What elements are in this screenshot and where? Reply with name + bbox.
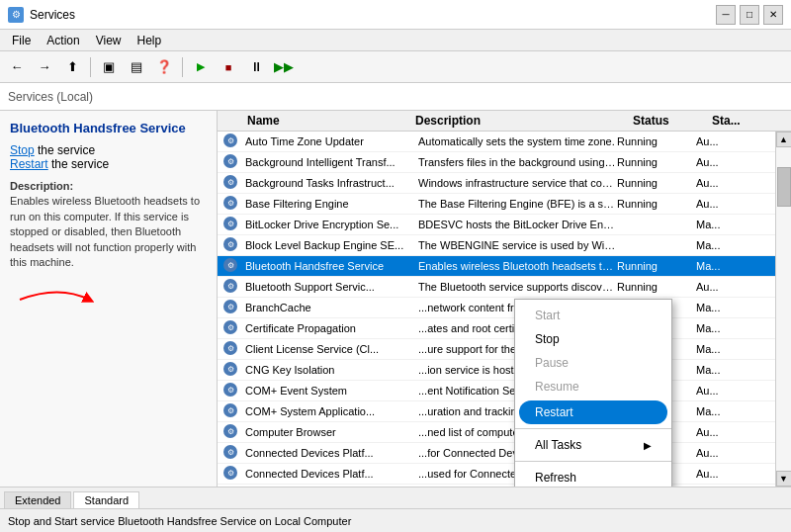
service-icon: ⚙ <box>223 196 239 212</box>
menu-view[interactable]: View <box>88 32 130 49</box>
ctx-separator <box>515 461 671 462</box>
table-row[interactable]: ⚙Certificate Propagation...ates and root… <box>218 318 775 339</box>
menu-help[interactable]: Help <box>130 32 170 49</box>
table-row[interactable]: ⚙Bluetooth Support Servic...The Bluetoot… <box>218 277 775 298</box>
service-icon: ⚙ <box>223 320 239 336</box>
service-status-cell: Running <box>617 260 696 272</box>
context-menu-item-refresh[interactable]: Refresh <box>515 466 671 487</box>
context-menu-item-stop[interactable]: Stop <box>515 327 671 351</box>
title-bar-left: ⚙ Services <box>8 7 75 23</box>
service-desc-cell: Windows infrastructure service that con.… <box>418 177 617 189</box>
show-hide-button[interactable]: ▣ <box>96 54 122 80</box>
table-row[interactable]: ⚙Auto Time Zone UpdaterAutomatically set… <box>218 132 775 152</box>
table-row[interactable]: ⚙CNG Key Isolation...ion service is host… <box>218 360 775 381</box>
context-menu-item-pause[interactable]: Pause <box>515 351 671 375</box>
context-menu-item-resume[interactable]: Resume <box>515 375 671 399</box>
stop-text: the service <box>38 143 95 157</box>
restart-service-link[interactable]: Restart <box>10 157 48 171</box>
table-row[interactable]: ⚙COM+ Event System...ent Notification Se… <box>218 381 775 401</box>
status-text: Stop and Start service Bluetooth Handsfr… <box>8 515 351 527</box>
col-status-header[interactable]: Status <box>633 114 712 128</box>
table-row[interactable]: ⚙Connected Devices Platf......used for C… <box>218 464 775 485</box>
left-panel: Bluetooth Handsfree Service Stop the ser… <box>0 111 218 487</box>
app-icon: ⚙ <box>8 7 24 23</box>
up-button[interactable]: ⬆ <box>59 54 85 80</box>
arrow-container <box>10 280 207 322</box>
services-list[interactable]: ⚙Auto Time Zone UpdaterAutomatically set… <box>218 132 775 487</box>
service-startup-cell: Au... <box>696 198 775 210</box>
scroll-down-button[interactable]: ▼ <box>776 471 792 487</box>
service-icon: ⚙ <box>223 403 239 419</box>
service-name-cell: Base Filtering Engine <box>245 198 418 210</box>
ctx-item-label: Restart <box>535 405 573 419</box>
table-row[interactable]: ⚙Background Tasks Infrastruct...Windows … <box>218 173 775 194</box>
tab-standard[interactable]: Standard <box>73 491 139 508</box>
context-menu-item-restart[interactable]: Restart <box>519 400 667 424</box>
main-area: Bluetooth Handsfree Service Stop the ser… <box>0 111 791 487</box>
stop-service-link[interactable]: Stop <box>10 143 35 157</box>
description-text: Enables wireless Bluetooth headsets to r… <box>10 195 200 268</box>
ctx-item-label: All Tasks <box>535 438 581 452</box>
address-label: Services (Local) <box>8 90 93 104</box>
service-icon: ⚙ <box>223 362 239 378</box>
table-row[interactable]: ⚙Computer Browser...ned list of computer… <box>218 422 775 443</box>
context-menu: StartStopPauseResumeRestartAll Tasks▶Ref… <box>514 299 672 487</box>
service-name-cell: Connected Devices Platf... <box>245 468 418 480</box>
table-row[interactable]: ⚙Connected Devices Platf......for Connec… <box>218 443 775 464</box>
service-startup-cell: Au... <box>696 468 775 480</box>
service-startup-cell: Ma... <box>696 260 775 272</box>
table-row[interactable]: ⚙Background Intelligent Transf...Transfe… <box>218 152 775 173</box>
table-row[interactable]: ⚙BitLocker Drive Encryption Se...BDESVC … <box>218 215 775 235</box>
col-desc-header[interactable]: Description <box>415 114 633 128</box>
properties-button[interactable]: ▤ <box>124 54 149 80</box>
table-row[interactable]: ⚙Client License Service (Cl......ure sup… <box>218 339 775 360</box>
pause-service-button[interactable]: ⏸ <box>243 54 269 80</box>
toolbar-sep-1 <box>90 57 91 77</box>
help-button[interactable]: ❓ <box>151 54 177 80</box>
menu-action[interactable]: Action <box>39 32 87 49</box>
forward-button[interactable]: → <box>32 54 57 80</box>
col-startup-header[interactable]: Sta... <box>712 114 791 128</box>
service-status-cell: Running <box>617 135 696 147</box>
table-row[interactable]: ⚙Connected User Experien......r Experien… <box>218 485 775 487</box>
ctx-separator <box>515 428 671 429</box>
service-startup-cell: Au... <box>696 135 775 147</box>
service-startup-cell: Ma... <box>696 322 775 334</box>
tab-extended[interactable]: Extended <box>4 491 71 508</box>
service-icon: ⚙ <box>223 237 239 253</box>
service-icon: ⚙ <box>223 133 239 149</box>
right-panel: Name Description Status Sta... ⚙Auto Tim… <box>218 111 791 487</box>
context-menu-item-all-tasks[interactable]: All Tasks▶ <box>515 433 671 457</box>
scroll-thumb[interactable] <box>777 167 791 207</box>
service-name-cell: Computer Browser <box>245 426 418 438</box>
table-row[interactable]: ⚙COM+ System Applicatio......uration and… <box>218 401 775 422</box>
start-service-button[interactable]: ▶ <box>188 54 214 80</box>
table-row[interactable]: ⚙BranchCache...network content from...Ma… <box>218 298 775 318</box>
service-startup-cell: Ma... <box>696 343 775 355</box>
restart-service-button[interactable]: ▶▶ <box>271 54 297 80</box>
scroll-up-button[interactable]: ▲ <box>776 132 792 147</box>
service-desc-cell: Transfers files in the background using … <box>418 156 617 168</box>
context-menu-item-start[interactable]: Start <box>515 304 671 327</box>
service-name-cell: Bluetooth Support Servic... <box>245 281 418 293</box>
stop-service-button[interactable]: ■ <box>216 54 241 80</box>
service-desc-cell: Enables wireless Bluetooth headsets to r… <box>418 260 617 272</box>
scrollbar-vertical[interactable]: ▲ ▼ <box>775 132 791 487</box>
service-icon: ⚙ <box>223 258 239 274</box>
back-button[interactable]: ← <box>4 54 30 80</box>
minimize-button[interactable]: ─ <box>716 5 736 25</box>
maximize-button[interactable]: □ <box>740 5 759 25</box>
menu-file[interactable]: File <box>4 32 39 49</box>
close-button[interactable]: ✕ <box>763 5 783 25</box>
restart-text: the service <box>51 157 109 171</box>
col-name-header[interactable]: Name <box>218 114 415 128</box>
service-name-cell: COM+ Event System <box>245 385 418 397</box>
table-row[interactable]: ⚙Bluetooth Handsfree ServiceEnables wire… <box>218 256 775 277</box>
service-startup-cell: Au... <box>696 447 775 459</box>
service-name-title: Bluetooth Handsfree Service <box>10 121 207 135</box>
toolbar: ← → ⬆ ▣ ▤ ❓ ▶ ■ ⏸ ▶▶ <box>0 51 791 83</box>
table-row[interactable]: ⚙Base Filtering EngineThe Base Filtering… <box>218 194 775 215</box>
service-icon: ⚙ <box>223 383 239 399</box>
scroll-track <box>776 147 791 471</box>
table-row[interactable]: ⚙Block Level Backup Engine SE...The WBEN… <box>218 235 775 256</box>
